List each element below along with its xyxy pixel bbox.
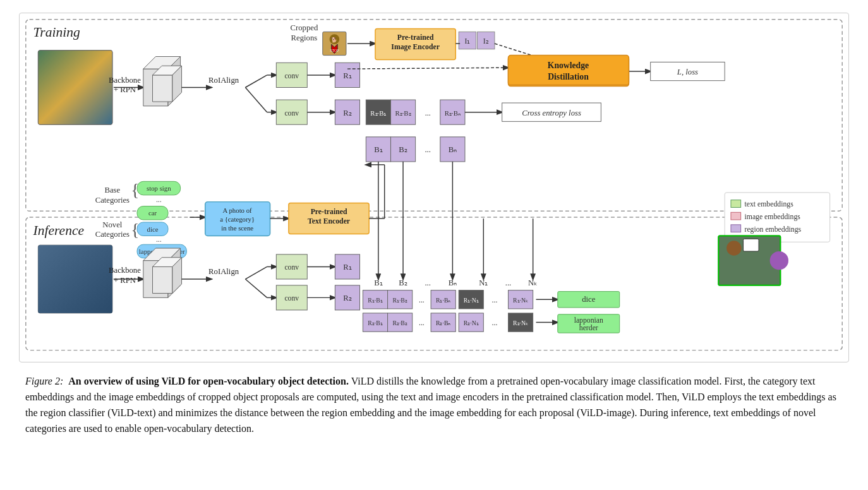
svg-text:Bₙ: Bₙ: [449, 145, 457, 154]
svg-text:STOP: STOP: [330, 49, 339, 52]
caption-bold-text: An overview of using ViLD for open-vocab…: [68, 376, 349, 386]
backbone-rpn-label: Backbone: [109, 76, 141, 85]
svg-text:R₂: R₂: [343, 294, 351, 302]
svg-text:dice: dice: [147, 225, 159, 233]
svg-text:N₁: N₁: [479, 278, 488, 287]
cropped-regions-label: Cropped: [290, 23, 318, 32]
svg-text:Regions: Regions: [291, 33, 318, 42]
svg-text:R₂·Bₙ: R₂·Bₙ: [436, 320, 451, 326]
svg-text:🐕: 🐕: [331, 37, 337, 43]
svg-text:...: ...: [505, 278, 512, 287]
svg-text:Image Encoder: Image Encoder: [391, 43, 440, 51]
svg-text:B₁: B₁: [374, 278, 382, 287]
inference-label: Inference: [33, 223, 85, 238]
svg-text:conv: conv: [284, 294, 299, 302]
svg-text:...: ...: [156, 236, 162, 244]
svg-rect-104: [38, 245, 112, 313]
svg-text:I₁: I₁: [464, 37, 470, 45]
svg-text:Nₖ: Nₖ: [528, 278, 538, 287]
svg-text:Backbone: Backbone: [109, 266, 141, 275]
svg-text:R₁·B₁: R₁·B₁: [368, 297, 383, 304]
text-embeddings-legend: text embeddings: [745, 200, 794, 208]
base-categories-label: Base: [105, 186, 121, 194]
svg-text:L, loss: L, loss: [677, 68, 698, 76]
svg-text:Cross entropy loss: Cross entropy loss: [522, 109, 581, 117]
svg-text:R₂·B₁: R₂·B₁: [368, 320, 383, 326]
svg-text:...: ...: [492, 296, 498, 304]
svg-text:B₂: B₂: [399, 278, 407, 287]
diagram-svg: Training Inference: [20, 13, 848, 359]
svg-text:{: {: [131, 220, 139, 239]
svg-text:Distillation: Distillation: [548, 72, 589, 81]
svg-line-117: [245, 279, 267, 297]
svg-text:car: car: [148, 209, 157, 217]
svg-text:Pre-trained: Pre-trained: [311, 208, 347, 216]
svg-text:Knowledge: Knowledge: [548, 61, 589, 70]
svg-text:R₁·Bₙ: R₁·Bₙ: [436, 297, 451, 304]
svg-text:Pre-trained: Pre-trained: [397, 33, 434, 42]
svg-text:RoIAlign: RoIAlign: [208, 267, 239, 276]
svg-text:conv: conv: [284, 72, 299, 80]
svg-text:+ RPN: + RPN: [114, 276, 136, 285]
svg-text:+ RPN: + RPN: [114, 85, 136, 94]
svg-line-13: [245, 75, 267, 88]
svg-text:...: ...: [425, 278, 431, 287]
svg-text:...: ...: [492, 319, 498, 327]
svg-text:in the scene: in the scene: [221, 224, 253, 232]
svg-rect-3: [38, 51, 112, 124]
svg-rect-95: [731, 200, 741, 208]
svg-text:I₂: I₂: [483, 37, 489, 45]
svg-text:lapponian: lapponian: [574, 316, 603, 325]
svg-marker-9: [153, 75, 172, 102]
svg-text:herder: herder: [579, 324, 598, 332]
svg-text:...: ...: [425, 145, 431, 154]
svg-text:A photo of: A photo of: [223, 206, 252, 214]
diagram-area: Training Inference: [19, 13, 849, 362]
svg-text:conv: conv: [284, 109, 299, 117]
svg-text:R₁·B₂: R₁·B₂: [392, 297, 407, 304]
svg-text:a {category}: a {category}: [220, 215, 255, 223]
image-embeddings-legend: image embeddings: [745, 213, 801, 221]
svg-point-102: [770, 251, 788, 270]
svg-line-116: [245, 266, 267, 279]
svg-marker-111: [153, 266, 172, 293]
svg-text:R₂·Bₙ: R₂·Bₙ: [445, 109, 461, 117]
svg-text:...: ...: [419, 296, 425, 304]
svg-rect-101: [744, 239, 759, 251]
main-container: Training Inference: [0, 0, 868, 449]
svg-text:R₂·B₁: R₂·B₁: [370, 109, 386, 117]
region-embeddings-legend: region embeddings: [745, 225, 802, 234]
figure-number: Figure 2:: [25, 376, 63, 386]
training-label: Training: [33, 25, 80, 40]
novel-categories-label: Novel: [102, 220, 123, 229]
svg-text:R₂·N₁: R₂·N₁: [464, 320, 479, 326]
svg-text:R₂·B₂: R₂·B₂: [392, 320, 407, 326]
svg-text:R₁·N₁: R₁·N₁: [464, 297, 479, 304]
svg-text:Categories: Categories: [95, 230, 130, 239]
svg-text:...: ...: [425, 109, 431, 117]
svg-rect-97: [731, 225, 741, 232]
svg-line-64: [347, 68, 509, 69]
roialign-label-training: RoIAlign: [208, 76, 239, 85]
svg-text:dice: dice: [582, 295, 596, 304]
svg-text:R₂·B₂: R₂·B₂: [395, 109, 411, 117]
svg-text:conv: conv: [284, 263, 299, 272]
svg-text:stop sign: stop sign: [147, 184, 171, 192]
svg-rect-96: [731, 212, 741, 220]
svg-text:R₁: R₁: [343, 263, 351, 272]
svg-point-100: [726, 241, 741, 255]
svg-text:Text Encoder: Text Encoder: [308, 217, 350, 225]
svg-text:{: {: [131, 181, 139, 200]
svg-text:B₂: B₂: [399, 145, 407, 154]
svg-text:R₁·Nₖ: R₁·Nₖ: [513, 297, 528, 304]
figure-caption: Figure 2: An overview of using ViLD for …: [19, 374, 849, 436]
svg-text:R₂·Nₖ: R₂·Nₖ: [513, 320, 528, 326]
svg-line-14: [245, 87, 267, 112]
svg-text:R₁: R₁: [343, 71, 351, 80]
svg-text:Bₙ: Bₙ: [449, 278, 457, 287]
svg-text:B₁: B₁: [374, 145, 382, 154]
svg-text:Categories: Categories: [95, 196, 130, 205]
svg-text:R₂: R₂: [343, 109, 351, 117]
svg-text:...: ...: [419, 319, 425, 327]
svg-text:...: ...: [156, 196, 162, 204]
